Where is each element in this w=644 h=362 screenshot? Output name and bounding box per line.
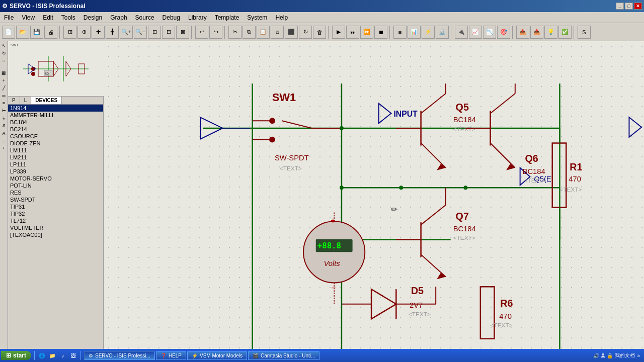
bus-entry-tool[interactable]: ⊢: [1, 107, 8, 114]
export-button[interactable]: 📤: [516, 26, 529, 39]
add-wire-button[interactable]: ✚: [92, 26, 105, 39]
device-voltmeter[interactable]: VOLTMETER: [8, 224, 103, 231]
device-pot-lin[interactable]: POT-LIN: [8, 182, 103, 189]
device-lm111[interactable]: LM111: [8, 147, 103, 154]
graph-button[interactable]: 📈: [469, 26, 482, 39]
ql-music[interactable]: ♪: [58, 351, 68, 360]
menu-edit[interactable]: Edit: [39, 12, 57, 23]
device-sw-spdt[interactable]: SW-SPDT: [8, 196, 103, 203]
taskbar-vsm[interactable]: ⚡ VSM Motor Models: [187, 351, 247, 360]
device-tip32[interactable]: TIP32: [8, 210, 103, 217]
annotate-button[interactable]: 💡: [544, 26, 557, 39]
cut-button[interactable]: ✂: [228, 26, 242, 39]
flip-tool[interactable]: ↔: [1, 57, 8, 64]
menu-library[interactable]: Library: [184, 12, 211, 23]
open-button[interactable]: 📂: [16, 26, 29, 39]
ql-ie[interactable]: 🌐: [37, 351, 47, 360]
device-bc184[interactable]: BC184: [8, 119, 103, 126]
ql-img[interactable]: 🖼: [68, 351, 78, 360]
copy-button[interactable]: ⧉: [243, 26, 256, 39]
menu-template[interactable]: Template: [211, 12, 244, 23]
device-motor-servo[interactable]: MOTOR-SERVO: [8, 175, 103, 182]
tab-p[interactable]: P: [8, 97, 20, 104]
start-button[interactable]: ⊞ start: [1, 351, 31, 360]
device-res[interactable]: RES: [8, 189, 103, 196]
view-origin-button[interactable]: ⊕: [77, 26, 91, 39]
menu-file[interactable]: File: [0, 12, 18, 23]
add-tool[interactable]: +: [1, 145, 8, 152]
taskbar-isis[interactable]: ⚙ SERVO - ISIS Professi...: [84, 351, 155, 360]
save-button[interactable]: 💾: [30, 26, 43, 39]
bus-tool[interactable]: ═: [1, 92, 8, 99]
view-grid-button[interactable]: ⊞: [63, 26, 76, 39]
no-connect-tool[interactable]: ✗: [1, 122, 8, 129]
netlist-button[interactable]: ≡: [393, 26, 407, 39]
device-tip31[interactable]: TIP31: [8, 203, 103, 210]
device-bc214[interactable]: BC214: [8, 126, 103, 133]
junction-tool[interactable]: +: [1, 77, 8, 84]
block-move-button[interactable]: ⬛: [285, 26, 298, 39]
menu-debug[interactable]: Debug: [158, 12, 184, 23]
power-tool[interactable]: ⏚: [1, 115, 8, 122]
sim-step-button[interactable]: ⏭: [346, 26, 359, 39]
menu-help[interactable]: Help: [271, 12, 292, 23]
device-1n914[interactable]: 1N914: [8, 105, 103, 112]
close-button[interactable]: ✕: [634, 3, 642, 10]
device-csource[interactable]: CSOURCE: [8, 133, 103, 140]
maximize-button[interactable]: □: [625, 3, 633, 10]
paste-button[interactable]: 📋: [257, 26, 270, 39]
sim-stop-button[interactable]: ⏹: [374, 26, 387, 39]
net-tool[interactable]: ≡: [1, 100, 8, 107]
select-tool[interactable]: ↖: [1, 42, 8, 49]
taskbar-help[interactable]: ❓ HELP: [156, 351, 186, 360]
redo-button[interactable]: ↪: [209, 26, 222, 39]
print-setup-button[interactable]: 🖨: [44, 26, 57, 39]
taskbar-camtasia[interactable]: 🎬 Camtasia Studio - Unti...: [248, 351, 319, 360]
zoom-cursor-button[interactable]: ⊠: [176, 26, 189, 39]
model-button[interactable]: ⚡: [422, 26, 435, 39]
ql-folder[interactable]: 📁: [47, 351, 57, 360]
device-lm211[interactable]: LM211: [8, 154, 103, 161]
zoom-in-button[interactable]: 🔍+: [120, 26, 133, 39]
zoom-out-button[interactable]: 🔍−: [134, 26, 147, 39]
inspect-button[interactable]: 🔬: [436, 26, 449, 39]
zoom-area-button[interactable]: ⊟: [162, 26, 175, 39]
probe-button[interactable]: 📉: [483, 26, 496, 39]
device-tl712[interactable]: TL712: [8, 217, 103, 224]
spice-button[interactable]: 🔌: [455, 26, 468, 39]
device-ammeter-milli[interactable]: AMMETER-MILLI: [8, 112, 103, 119]
import-button[interactable]: 📥: [530, 26, 543, 39]
new-button[interactable]: 📄: [2, 26, 15, 39]
device--texoac00-[interactable]: [TEXOAC00]: [8, 231, 103, 238]
menu-view[interactable]: View: [18, 12, 39, 23]
device-lp111[interactable]: LP111: [8, 161, 103, 168]
rotate-tool[interactable]: ↻: [1, 50, 8, 57]
wire-tool[interactable]: ╱: [1, 84, 8, 92]
sim-step-over-button[interactable]: ⏩: [360, 26, 373, 39]
minimize-button[interactable]: _: [616, 3, 624, 10]
tab-devices[interactable]: DEVICES: [31, 97, 62, 104]
delete-button[interactable]: 🗑: [313, 26, 326, 39]
component-tool[interactable]: ▦: [1, 69, 8, 76]
menu-source[interactable]: Source: [131, 12, 158, 23]
device-lp339[interactable]: LP339: [8, 168, 103, 175]
sim-run-button[interactable]: ▶: [332, 26, 345, 39]
menu-tools[interactable]: Tools: [57, 12, 79, 23]
spice-model-button[interactable]: S: [578, 26, 591, 39]
undo-button[interactable]: ↩: [195, 26, 208, 39]
add-junction-button[interactable]: ╋: [106, 26, 119, 39]
menu-graph[interactable]: Graph: [106, 12, 131, 23]
mark-button[interactable]: 🎯: [497, 26, 510, 39]
menu-design[interactable]: Design: [79, 12, 106, 23]
block-copy-button[interactable]: ⧈: [271, 26, 284, 39]
verify-button[interactable]: ✅: [558, 26, 572, 39]
bom-button[interactable]: 📊: [408, 26, 421, 39]
block-rotate-button[interactable]: ↻: [299, 26, 312, 39]
tab-l[interactable]: L: [20, 97, 32, 104]
menu-system[interactable]: System: [243, 12, 271, 23]
script-tool[interactable]: ≣: [1, 137, 8, 144]
text-tool[interactable]: A: [1, 130, 8, 137]
zoom-fit-button[interactable]: ⊡: [148, 26, 161, 39]
device-diode-zen[interactable]: DIODE-ZEN: [8, 140, 103, 147]
tray-arrow[interactable]: »: [637, 353, 640, 358]
